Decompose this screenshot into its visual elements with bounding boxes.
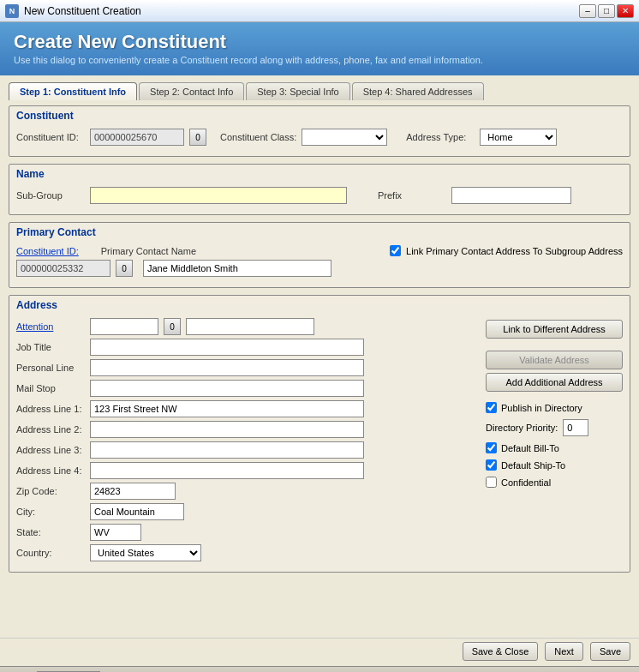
attention-row: Attention 0 <box>16 318 477 335</box>
next-button[interactable]: Next <box>545 642 583 661</box>
name-section-title: Name <box>9 165 630 182</box>
city-label: City: <box>16 507 85 517</box>
addr2-input[interactable] <box>90 421 364 438</box>
prefix-label: Prefix <box>378 190 446 201</box>
addr2-label: Address Line 2: <box>16 424 85 435</box>
window-title: New Constituent Creation <box>24 5 574 17</box>
tab-bar: Step 1: Constituent Info Step 2: Contact… <box>9 82 630 100</box>
dialog-subtitle: Use this dialog to conveniently create a… <box>14 55 625 65</box>
status-bar: Base CUS001SF Add Audit Info... <box>0 666 639 672</box>
personal-line-input[interactable] <box>90 359 364 376</box>
constituent-id-label: Constituent ID: <box>16 132 85 142</box>
title-bar-buttons: – □ ✕ <box>579 4 634 18</box>
validate-address-button[interactable]: Validate Address <box>486 351 623 369</box>
minimize-button[interactable]: – <box>579 4 596 18</box>
constituent-id-input[interactable] <box>90 129 184 146</box>
constituent-class-select[interactable] <box>302 129 387 146</box>
link-different-address-button[interactable]: Link to Different Address <box>486 320 623 339</box>
dir-priority-label: Directory Priority: <box>486 423 558 433</box>
constituent-class-label: Constituent Class: <box>220 132 296 142</box>
addr4-label: Address Line 4: <box>16 465 85 476</box>
attention-label[interactable]: Attention <box>16 321 85 332</box>
country-select[interactable]: United States <box>90 544 201 561</box>
constituent-id-button[interactable]: 0 <box>189 129 206 146</box>
zip-input[interactable] <box>90 483 176 500</box>
primary-contact-section: Primary Contact Constituent ID: Primary … <box>9 222 630 288</box>
dir-priority-input[interactable] <box>563 419 588 436</box>
publish-directory-row: Publish in Directory <box>486 402 623 413</box>
publish-directory-checkbox[interactable] <box>486 402 497 413</box>
main-content: Step 1: Constituent Info Step 2: Contact… <box>0 75 639 638</box>
tab-special-info[interactable]: Step 3: Special Info <box>246 82 349 100</box>
mail-stop-input[interactable] <box>90 380 364 397</box>
attention-input[interactable] <box>90 318 158 335</box>
confidential-row: Confidential <box>486 477 623 488</box>
constituent-section: Constituent Constituent ID: 0 Constituen… <box>9 105 630 157</box>
name-subgroup-prefix-row: Sub-Group Prefix <box>16 187 623 204</box>
primary-contact-id-input[interactable] <box>16 260 110 277</box>
link-primary-contact-label: Link Primary Contact Address To Subgroup… <box>406 246 623 256</box>
confidential-checkbox[interactable] <box>486 477 497 488</box>
name-section: Name Sub-Group Prefix <box>9 164 630 215</box>
dialog-header: Create New Constituent Use this dialog t… <box>0 22 639 75</box>
default-shipto-checkbox[interactable] <box>486 459 497 471</box>
primary-contact-id-label[interactable]: Constituent ID: <box>16 246 79 256</box>
addr4-row: Address Line 4: <box>16 462 477 479</box>
address-section: Address Attention 0 Job Title <box>9 295 630 573</box>
primary-contact-title: Primary Contact <box>9 223 630 240</box>
tab-constituent-info[interactable]: Step 1: Constituent Info <box>9 82 137 100</box>
save-close-button[interactable]: Save & Close <box>463 642 539 661</box>
primary-contact-id-button[interactable]: 0 <box>116 260 133 277</box>
subgroup-label: Sub-Group <box>16 190 85 201</box>
link-primary-contact-checkbox[interactable] <box>390 245 401 256</box>
state-row: State: <box>16 524 477 541</box>
zip-row: Zip Code: <box>16 483 477 500</box>
job-title-input[interactable] <box>90 339 364 356</box>
addr1-row: Address Line 1: <box>16 400 477 417</box>
zip-label: Zip Code: <box>16 486 85 496</box>
city-input[interactable] <box>90 503 184 520</box>
save-button[interactable]: Save <box>590 642 630 661</box>
addr3-input[interactable] <box>90 441 364 459</box>
job-title-label: Job Title <box>16 342 85 352</box>
country-row: Country: United States <box>16 544 477 561</box>
primary-contact-header-row: Constituent ID: Primary Contact Name Lin… <box>16 245 623 256</box>
state-label: State: <box>16 527 85 537</box>
constituent-id-row: Constituent ID: 0 Constituent Class: Add… <box>16 129 623 146</box>
addr3-row: Address Line 3: <box>16 441 477 459</box>
addr4-input[interactable] <box>90 462 364 479</box>
tab-shared-addresses[interactable]: Step 4: Shared Addresses <box>352 82 484 100</box>
primary-contact-name-label: Primary Contact Name <box>101 246 385 256</box>
mail-stop-row: Mail Stop <box>16 380 477 397</box>
default-shipto-row: Default Ship-To <box>486 459 623 471</box>
primary-contact-value-row: 0 <box>16 260 623 277</box>
address-type-select[interactable]: Home <box>480 129 557 146</box>
state-input[interactable] <box>90 524 141 541</box>
mail-stop-label: Mail Stop <box>16 383 85 393</box>
personal-line-row: Personal Line <box>16 359 477 376</box>
tab-contact-info[interactable]: Step 2: Contact Info <box>139 82 244 100</box>
default-billto-checkbox[interactable] <box>486 442 497 453</box>
addr1-label: Address Line 1: <box>16 404 85 414</box>
address-section-title: Address <box>9 296 630 313</box>
prefix-input[interactable] <box>451 187 571 204</box>
footer-row: Save & Close Next Save <box>0 638 639 666</box>
job-title-row: Job Title <box>16 339 477 356</box>
maximize-button[interactable]: □ <box>598 4 615 18</box>
attention-button[interactable]: 0 <box>164 318 181 335</box>
primary-contact-name-input[interactable] <box>143 260 331 277</box>
add-additional-address-button[interactable]: Add Additional Address <box>486 373 623 392</box>
attention-suffix-input[interactable] <box>186 318 314 335</box>
addr1-input[interactable] <box>90 400 364 417</box>
addr2-row: Address Line 2: <box>16 421 477 438</box>
address-grid: Attention 0 Job Title Personal Line <box>16 318 623 565</box>
publish-directory-label: Publish in Directory <box>501 403 582 413</box>
subgroup-input[interactable] <box>90 187 347 204</box>
title-bar: N New Constituent Creation – □ ✕ <box>0 0 639 22</box>
personal-line-label: Personal Line <box>16 363 85 373</box>
close-button[interactable]: ✕ <box>617 4 634 18</box>
address-type-label: Address Type: <box>406 132 475 142</box>
addr3-label: Address Line 3: <box>16 445 85 455</box>
address-right-col: Link to Different Address Validate Addre… <box>486 318 623 565</box>
default-billto-row: Default Bill-To <box>486 442 623 453</box>
